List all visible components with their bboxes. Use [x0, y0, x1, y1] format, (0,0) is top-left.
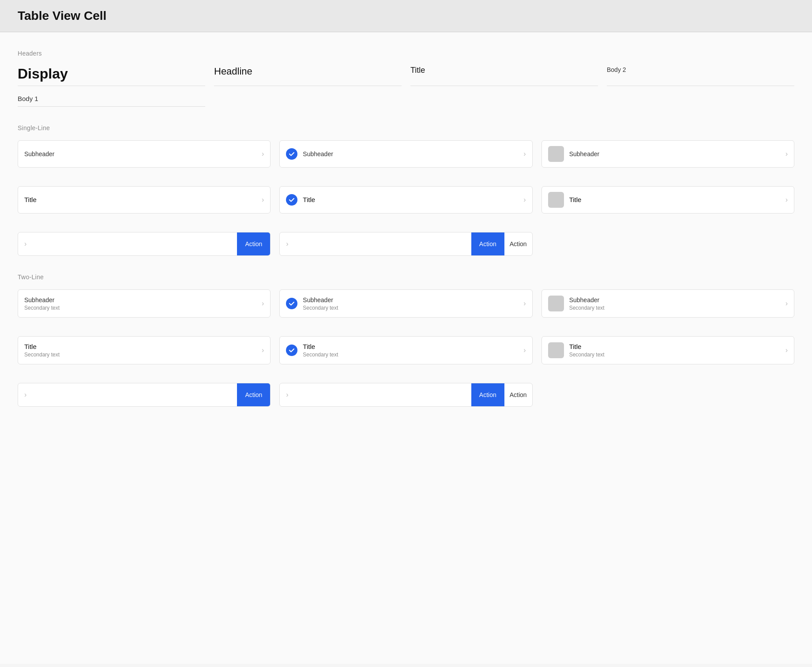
cell-title-text: Title [24, 196, 37, 203]
cell-content: Title Secondary text [569, 343, 782, 358]
headers-grid-row2: Body 1 [18, 95, 794, 107]
cell-thumbnail-subheader-2l[interactable]: Subheader Secondary text › [541, 289, 794, 318]
cell-content: Subheader [303, 150, 520, 158]
action-cell-2[interactable]: › Action Action [279, 232, 532, 256]
two-line-section: Two-Line Subheader Secondary text › Subh… [18, 274, 794, 407]
cell-thumbnail-title-2l[interactable]: Title Secondary text › [541, 336, 794, 364]
cell-secondary-text: Secondary text [24, 352, 258, 358]
page-title: Table View Cell [18, 9, 794, 23]
action-cell-content: › [18, 386, 237, 404]
thumbnail-icon [548, 342, 564, 358]
action-cell-4[interactable]: › Action Action [279, 383, 532, 407]
cell-title-text: Title [569, 343, 582, 350]
cell-content: Subheader Secondary text [569, 296, 782, 311]
header-body1: Body 1 [18, 95, 205, 107]
top-bar: Table View Cell [0, 0, 812, 32]
cell-plain-subheader-2l[interactable]: Subheader Secondary text › [18, 289, 271, 318]
cell-plain-title-2l[interactable]: Title Secondary text › [18, 336, 271, 364]
action-button-2[interactable]: Action [471, 232, 504, 255]
headline-text: Headline [214, 66, 252, 77]
headers-section: Headers Display Headline Title Body 2 Bo… [18, 50, 794, 107]
single-line-action-row: › Action › Action Action [18, 232, 794, 256]
header-body2: Body 2 [607, 66, 794, 86]
action-cell-content: › [280, 235, 471, 253]
chevron-icon: › [523, 300, 526, 307]
cell-thumbnail-subheader[interactable]: Subheader › [541, 140, 794, 168]
check-icon [286, 194, 297, 206]
chevron-icon: › [786, 196, 788, 204]
action-cell-content: › [18, 235, 237, 253]
chevron-icon: › [24, 391, 26, 399]
chevron-icon: › [24, 240, 26, 248]
cell-subheader-text: Subheader [569, 296, 600, 304]
cell-plain-title[interactable]: Title › [18, 186, 271, 214]
header-display: Display [18, 66, 205, 86]
chevron-icon: › [523, 150, 526, 158]
cell-plain-subheader[interactable]: Subheader › [18, 140, 271, 168]
chevron-icon: › [262, 300, 264, 307]
headers-grid-row1: Display Headline Title Body 2 [18, 66, 794, 86]
single-line-title-row: Title › Title › Title [18, 186, 794, 214]
single-line-subheader-row: Subheader › Subheader › Subheader [18, 140, 794, 168]
cell-content: Title [569, 196, 782, 204]
chevron-icon: › [523, 196, 526, 204]
cell-secondary-text: Secondary text [569, 305, 782, 311]
chevron-icon: › [286, 391, 288, 399]
content-area: Headers Display Headline Title Body 2 Bo… [0, 32, 812, 664]
action-cell-1[interactable]: › Action [18, 232, 271, 256]
check-icon [286, 345, 297, 356]
action-text-label-2: Action [504, 391, 532, 398]
chevron-icon: › [786, 346, 788, 354]
action-text-label: Action [504, 240, 532, 247]
cell-check-title-2l[interactable]: Title Secondary text › [279, 336, 532, 364]
chevron-icon: › [262, 346, 264, 354]
thumbnail-icon [548, 296, 564, 311]
chevron-icon: › [523, 346, 526, 354]
action-cell-content: › [280, 386, 471, 404]
display-text: Display [18, 66, 68, 82]
cell-subheader-text: Subheader [303, 150, 333, 157]
cell-content: Title [24, 196, 258, 204]
cell-subheader-text: Subheader [24, 150, 55, 157]
cell-check-subheader-2l[interactable]: Subheader Secondary text › [279, 289, 532, 318]
thumbnail-icon [548, 146, 564, 162]
headers-label: Headers [18, 50, 794, 57]
cell-subheader-text: Subheader [24, 296, 55, 304]
action-button-3[interactable]: Action [237, 383, 270, 406]
action-cell-3[interactable]: › Action [18, 383, 271, 407]
chevron-icon: › [786, 150, 788, 158]
cell-title-text: Title [303, 196, 315, 203]
action-button-1[interactable]: Action [237, 232, 270, 255]
chevron-icon: › [262, 150, 264, 158]
body1-text: Body 1 [18, 95, 38, 102]
two-line-action-row: › Action › Action Action [18, 383, 794, 407]
check-icon [286, 148, 297, 160]
cell-content: Subheader Secondary text [24, 296, 258, 311]
chevron-icon: › [262, 196, 264, 204]
body2-text: Body 2 [607, 66, 626, 73]
check-icon [286, 298, 297, 309]
cell-title-text: Title [303, 343, 315, 350]
cell-check-title[interactable]: Title › [279, 186, 532, 214]
two-line-label: Two-Line [18, 274, 794, 281]
cell-content: Title Secondary text [303, 343, 520, 358]
cell-content: Title [303, 196, 520, 204]
cell-title-text: Title [24, 343, 37, 350]
cell-title-text: Title [569, 196, 582, 203]
cell-subheader-text: Subheader [303, 296, 333, 304]
cell-content: Subheader [569, 150, 782, 158]
cell-content: Subheader [24, 150, 258, 158]
cell-check-subheader[interactable]: Subheader › [279, 140, 532, 168]
title-text: Title [410, 66, 425, 75]
cell-thumbnail-title[interactable]: Title › [541, 186, 794, 214]
two-line-subheader-row: Subheader Secondary text › Subheader Sec… [18, 289, 794, 318]
two-line-title-row: Title Secondary text › Title Secondary t… [18, 336, 794, 364]
single-line-section: Single-Line Subheader › Subheader › [18, 124, 794, 256]
cell-secondary-text: Secondary text [24, 305, 258, 311]
single-line-label: Single-Line [18, 124, 794, 131]
action-button-4[interactable]: Action [471, 383, 504, 406]
thumbnail-icon [548, 192, 564, 208]
cell-content: Subheader Secondary text [303, 296, 520, 311]
cell-secondary-text: Secondary text [569, 352, 782, 358]
cell-subheader-text: Subheader [569, 150, 600, 157]
